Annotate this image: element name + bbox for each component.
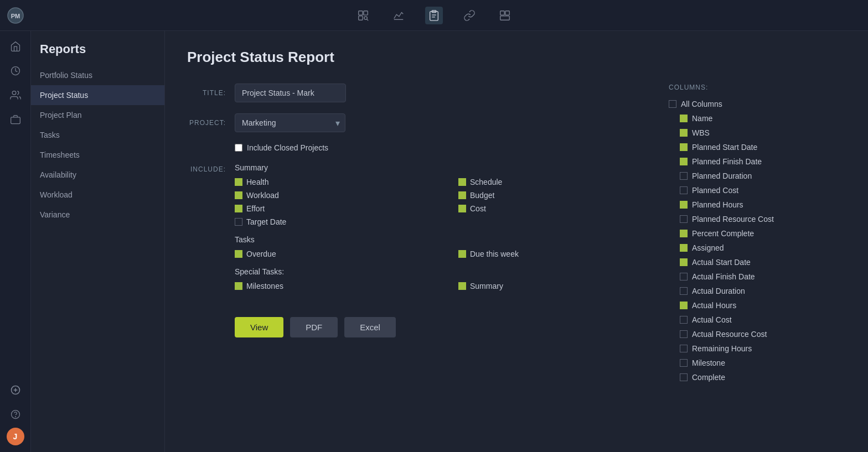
check-summary-tasks: Summary — [458, 282, 669, 290]
logo-icon: PM — [7, 7, 24, 24]
check-target-date: Target Date — [235, 217, 445, 226]
health-checkbox[interactable] — [235, 178, 242, 186]
tasks-grid: Overdue Due this week — [235, 250, 669, 258]
col-planned-duration-checkbox[interactable] — [680, 172, 688, 180]
check-cost: Cost — [458, 204, 669, 213]
sidebar-item-workload[interactable]: Workload — [31, 185, 164, 205]
col-planned-finish-date-checkbox[interactable] — [680, 158, 688, 165]
svg-rect-12 — [500, 11, 504, 14]
col-planned-resource-cost-checkbox[interactable] — [680, 215, 688, 223]
col-actual-cost-checkbox[interactable] — [680, 316, 688, 324]
sidebar-item-timesheets[interactable]: Timesheets — [31, 145, 164, 165]
col-name: Name — [669, 111, 844, 126]
toolbar-layout-icon[interactable] — [496, 7, 514, 24]
view-button[interactable]: View — [235, 317, 283, 337]
overdue-checkbox[interactable] — [235, 250, 242, 258]
check-due-this-week: Due this week — [458, 250, 669, 258]
check-overdue: Overdue — [235, 250, 445, 258]
pdf-button[interactable]: PDF — [290, 317, 338, 337]
workload-label: Workload — [246, 191, 279, 200]
toolbar-chart-icon[interactable] — [390, 7, 407, 24]
nav-plus-icon[interactable] — [4, 379, 27, 401]
col-planned-cost-checkbox[interactable] — [680, 186, 688, 194]
sidebar-item-variance[interactable]: Variance — [31, 205, 164, 225]
svg-line-6 — [367, 19, 368, 20]
svg-text:PM: PM — [11, 13, 20, 19]
col-remaining-hours-label: Remaining Hours — [692, 344, 752, 353]
col-planned-start-date-checkbox[interactable] — [680, 143, 688, 151]
col-wbs-checkbox[interactable] — [680, 129, 688, 137]
due-this-week-checkbox[interactable] — [458, 250, 466, 258]
nav-help-icon[interactable] — [4, 403, 27, 425]
col-assigned-checkbox[interactable] — [680, 244, 688, 252]
col-planned-hours-checkbox[interactable] — [680, 201, 688, 209]
excel-button[interactable]: Excel — [344, 317, 396, 337]
reports-sidebar: Reports Portfolio Status Project Status … — [31, 31, 165, 452]
col-actual-hours-label: Actual Hours — [692, 301, 736, 310]
include-closed-checkbox[interactable] — [235, 144, 242, 152]
summary-tasks-checkbox[interactable] — [458, 282, 466, 290]
col-actual-start-date: Actual Start Date — [669, 255, 844, 269]
columns-scroll[interactable]: All Columns Name WBS Plann — [669, 97, 846, 385]
include-closed-label: Include Closed Projects — [247, 143, 328, 152]
milestones-checkbox[interactable] — [235, 282, 242, 290]
col-planned-resource-cost: Planned Resource Cost — [669, 212, 844, 226]
col-complete: Complete — [669, 370, 844, 385]
check-schedule: Schedule — [458, 178, 669, 186]
col-planned-finish-date-label: Planned Finish Date — [692, 157, 762, 166]
col-percent-complete-checkbox[interactable] — [680, 230, 688, 237]
nav-people-icon[interactable] — [4, 84, 27, 106]
sidebar-item-portfolio-status[interactable]: Portfolio Status — [31, 65, 164, 85]
svg-rect-2 — [359, 11, 363, 14]
col-actual-cost-label: Actual Cost — [692, 315, 732, 324]
sidebar-item-availability[interactable]: Availability — [31, 165, 164, 185]
col-actual-hours-checkbox[interactable] — [680, 302, 688, 309]
col-milestone-checkbox[interactable] — [680, 359, 688, 367]
col-milestone: Milestone — [669, 356, 844, 370]
col-assigned: Assigned — [669, 241, 844, 255]
nav-clock-icon[interactable] — [4, 60, 27, 82]
effort-checkbox[interactable] — [235, 205, 242, 212]
nav-home-icon[interactable] — [4, 35, 27, 58]
col-actual-start-date-checkbox[interactable] — [680, 258, 688, 266]
toolbar-link-icon[interactable] — [461, 7, 478, 24]
sidebar-item-project-status[interactable]: Project Status — [31, 85, 164, 105]
sidebar-item-tasks[interactable]: Tasks — [31, 125, 164, 145]
col-actual-finish-date: Actual Finish Date — [669, 269, 844, 284]
target-date-checkbox[interactable] — [235, 218, 242, 226]
all-columns-label: All Columns — [681, 100, 722, 108]
all-columns-checkbox[interactable] — [669, 100, 676, 108]
col-planned-hours-label: Planned Hours — [692, 200, 743, 209]
nav-briefcase-icon[interactable] — [4, 108, 27, 131]
user-avatar[interactable]: J — [7, 428, 24, 445]
title-label: TITLE: — [187, 84, 226, 97]
effort-label: Effort — [246, 204, 265, 213]
col-percent-complete-label: Percent Complete — [692, 229, 754, 238]
col-name-checkbox[interactable] — [680, 115, 688, 122]
budget-checkbox[interactable] — [458, 191, 466, 199]
col-complete-checkbox[interactable] — [680, 373, 688, 381]
schedule-checkbox[interactable] — [458, 178, 466, 186]
summary-grid: Health Schedule Workload — [235, 178, 669, 226]
col-actual-duration-checkbox[interactable] — [680, 287, 688, 295]
svg-rect-3 — [364, 11, 368, 14]
col-actual-duration-label: Actual Duration — [692, 287, 745, 295]
workload-checkbox[interactable] — [235, 191, 242, 199]
title-input[interactable] — [235, 84, 346, 102]
col-milestone-label: Milestone — [692, 359, 725, 367]
svg-rect-17 — [11, 117, 20, 124]
svg-rect-4 — [359, 15, 363, 19]
toolbar-search-icon[interactable] — [354, 7, 372, 24]
cost-checkbox[interactable] — [458, 205, 466, 212]
include-section: INCLUDE: Summary Health Schedule — [187, 163, 669, 299]
col-remaining-hours-checkbox[interactable] — [680, 345, 688, 352]
col-actual-resource-cost-checkbox[interactable] — [680, 330, 688, 338]
app-logo[interactable]: PM — [0, 0, 31, 31]
col-assigned-label: Assigned — [692, 243, 724, 252]
cost-label: Cost — [470, 204, 486, 213]
sidebar-item-project-plan[interactable]: Project Plan — [31, 105, 164, 125]
project-select[interactable]: Marketing Development Design Operations — [235, 113, 345, 132]
col-actual-finish-date-checkbox[interactable] — [680, 273, 688, 280]
include-content: Summary Health Schedule — [235, 163, 669, 299]
toolbar-clipboard-icon[interactable] — [425, 7, 443, 24]
